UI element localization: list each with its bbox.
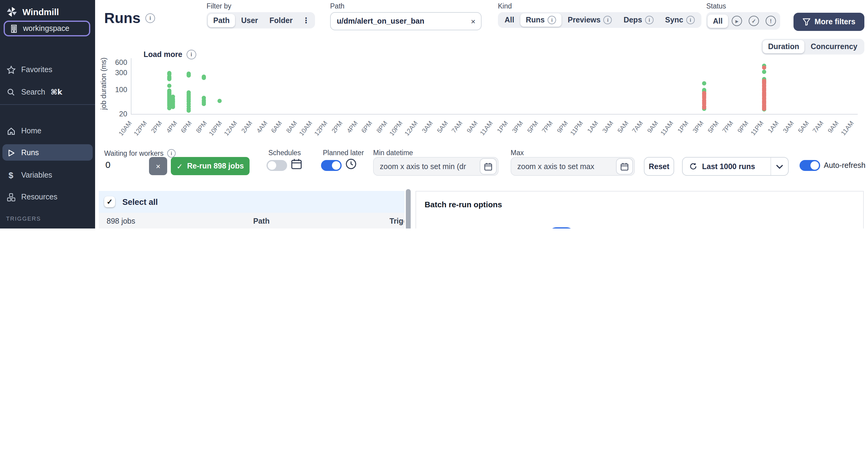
auto-refresh-label: Auto-refresh xyxy=(824,161,866,170)
select-all-bar: ✓ Select all xyxy=(99,191,405,213)
batch-rerun-panel: Batch re-run options Runnables u/dm/aler… xyxy=(415,191,864,229)
cubes-icon xyxy=(6,193,16,202)
y-tick-label: 600 xyxy=(105,58,127,67)
batch-panel-title: Batch re-run options xyxy=(425,200,502,209)
planned-later-toggle[interactable] xyxy=(321,160,342,171)
column-path: Path xyxy=(253,217,270,226)
run-dot-success[interactable] xyxy=(187,109,191,113)
max-datetime-input[interactable]: zoom x axis to set max xyxy=(510,157,635,176)
sidebar-item-runs[interactable]: Runs xyxy=(6,147,91,158)
y-tick-label: 20 xyxy=(105,110,127,118)
schedules-calendar-icon[interactable] xyxy=(291,158,302,170)
windmill-runs-page: Windmill workingspace Favorites Search ⌘… xyxy=(0,0,868,229)
run-dot-success[interactable] xyxy=(217,99,222,103)
refresh-icon xyxy=(689,163,697,170)
max-datetime-label: Max xyxy=(510,149,524,156)
run-dot-success[interactable] xyxy=(202,76,206,80)
close-icon: × xyxy=(156,162,160,171)
run-dot-success[interactable] xyxy=(167,77,171,82)
jobs-count: 898 jobs xyxy=(106,217,135,226)
latest-version-toggle[interactable] xyxy=(549,227,574,229)
run-dot-failure[interactable] xyxy=(762,107,766,111)
runs-scatter-chart[interactable]: 6003001002010AM12PM2PM4PM6PM8PM10PM12AM2… xyxy=(0,0,868,145)
sidebar-item-variables[interactable]: $ Variables xyxy=(6,170,91,181)
list-scrollbar[interactable] xyxy=(406,189,411,229)
waiting-workers-label: Waiting for workersi xyxy=(104,149,176,158)
min-datetime-input[interactable]: zoom x axis to set min (dr xyxy=(373,157,498,176)
y-tick-label: 100 xyxy=(105,85,127,94)
sidebar-item-resources[interactable]: Resources xyxy=(6,192,91,202)
check-icon: ✓ xyxy=(177,162,183,171)
run-dot-success[interactable] xyxy=(762,70,766,74)
info-icon: i xyxy=(167,149,176,158)
sidebar-item-label: Resources xyxy=(21,193,58,201)
runs-count-select[interactable]: Last 1000 runs xyxy=(682,157,789,176)
auto-refresh-toggle[interactable] xyxy=(800,160,820,171)
run-dot-failure[interactable] xyxy=(762,65,766,70)
run-dot-success[interactable] xyxy=(167,83,171,88)
y-tick-label: 300 xyxy=(105,69,127,77)
chevron-down-icon[interactable] xyxy=(776,164,783,169)
reset-button[interactable]: Reset xyxy=(644,157,674,176)
divider xyxy=(771,158,771,175)
max-datetime-placeholder: zoom x axis to set max xyxy=(511,162,616,171)
select-all-label: Select all xyxy=(122,197,158,206)
planned-later-label: Planned later xyxy=(323,149,364,156)
schedules-label: Schedules xyxy=(268,149,301,156)
calendar-picker-icon[interactable] xyxy=(480,158,497,175)
min-datetime-label: Min datetime xyxy=(373,149,413,156)
calendar-picker-icon[interactable] xyxy=(616,158,633,175)
run-dot-success[interactable] xyxy=(202,102,206,106)
waiting-workers-value: 0 xyxy=(105,160,111,170)
dollar-icon: $ xyxy=(6,170,16,180)
x-axis-line xyxy=(131,114,858,115)
y-axis-line xyxy=(131,58,131,114)
play-icon xyxy=(6,149,16,157)
list-header: 898 jobs Path Trigger xyxy=(99,213,405,229)
column-trigger: Trigger xyxy=(390,217,404,226)
select-all-checkbox[interactable]: ✓ xyxy=(104,196,115,207)
sidebar-item-schedules[interactable]: Schedules xyxy=(6,227,91,229)
min-datetime-placeholder: zoom x axis to set min (dr xyxy=(374,162,480,171)
rerun-jobs-button[interactable]: ✓ Re-run 898 jobs xyxy=(171,157,250,175)
planned-later-clock-icon[interactable] xyxy=(345,158,357,170)
triggers-section-label: TRIGGERS xyxy=(6,215,41,222)
sidebar-item-label: Runs xyxy=(21,148,39,157)
run-dot-success[interactable] xyxy=(170,105,175,109)
run-dot-success[interactable] xyxy=(702,81,706,85)
schedules-toggle[interactable] xyxy=(267,160,287,171)
clear-selection-button[interactable]: × xyxy=(149,157,167,175)
run-dot-success[interactable] xyxy=(187,74,191,78)
sidebar-item-label: Variables xyxy=(21,171,52,179)
